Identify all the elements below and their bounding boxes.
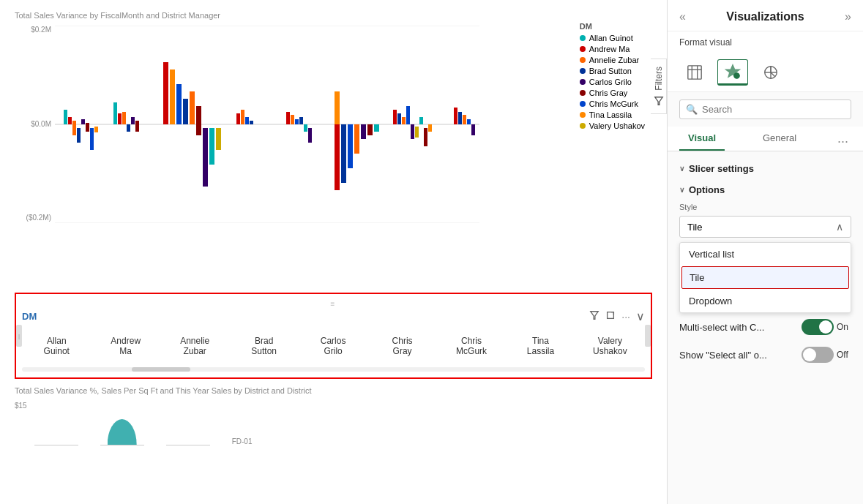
slicer-item-0[interactable]: AllanGuinot [34,332,78,360]
svg-rect-37 [335,124,340,190]
svg-rect-54 [454,108,457,124]
svg-rect-42 [367,124,373,135]
svg-rect-48 [406,106,410,124]
svg-rect-8 [81,119,85,124]
svg-rect-57 [467,119,471,124]
slicer-top-handle: ≡ [22,300,645,308]
y-label-mid: $0.0M [15,120,51,128]
slicer-scrollbar[interactable] [22,367,645,372]
slicer-left-drag-handle[interactable]: | [16,325,22,347]
svg-rect-7 [77,128,81,143]
style-dropdown-arrow: ∧ [836,221,843,233]
svg-rect-21 [183,99,188,124]
option-tile[interactable]: Tile [681,266,849,289]
search-box[interactable]: 🔍 [679,99,851,119]
slicer-settings-arrow: ∨ [679,165,684,173]
format-visual-label: Format visual [668,31,863,53]
slicer-dropdown-arrow[interactable]: ∨ [636,309,645,323]
style-dropdown-menu: Vertical list Tile Dropdown [679,242,851,313]
slicer-box: ≡ DM ··· ∨ | Al [15,293,652,379]
more-options-icon[interactable]: ··· [621,311,630,323]
svg-rect-29 [245,117,249,124]
svg-rect-5 [68,117,72,124]
svg-rect-46 [397,113,401,124]
tabs-row: Visual General ... [668,127,863,151]
svg-rect-27 [236,113,240,124]
multi-select-toggle[interactable]: On [802,319,851,335]
slicer-title: DM [22,311,37,322]
svg-rect-36 [308,128,312,143]
tab-visual[interactable]: Visual [679,127,725,151]
analytics-icon-btn[interactable] [755,59,786,86]
slicer-right-drag-handle[interactable] [645,325,651,347]
show-select-all-toggle[interactable]: Off [802,347,851,363]
svg-rect-41 [361,124,366,139]
slicer-settings-header[interactable]: ∨ Slicer settings [668,159,863,178]
svg-rect-28 [241,110,244,124]
search-input[interactable] [702,104,845,115]
svg-rect-19 [170,69,175,124]
svg-rect-31 [286,112,290,124]
slicer-icons: ··· ∨ [589,309,645,323]
bottom-x-label: FD-01 [232,437,253,445]
svg-rect-52 [424,128,427,146]
svg-rect-30 [250,121,253,124]
svg-rect-32 [291,115,294,124]
svg-rect-38 [341,124,346,183]
option-dropdown[interactable]: Dropdown [680,290,851,312]
svg-rect-15 [127,124,130,132]
svg-rect-56 [463,115,466,124]
svg-rect-44 [335,91,340,124]
svg-rect-45 [393,110,397,124]
main-area: Filters Total Sales Variance by FiscalMo… [0,0,667,504]
svg-rect-25 [209,128,214,165]
svg-rect-24 [203,128,208,187]
slicer-item-5[interactable]: ChrisGray [381,332,425,360]
show-select-all-knob [803,348,816,361]
svg-rect-33 [295,119,299,124]
slicer-item-8[interactable]: ValeryUshakov [588,332,632,360]
slicer-item-7[interactable]: TinaLassila [519,332,563,360]
y-axis: $0.2M $0.0M ($0.2M) [15,26,55,238]
slicer-item-1[interactable]: AndrewMa [104,332,148,360]
svg-marker-67 [591,312,599,320]
multi-select-value: On [837,322,851,332]
right-panel: « Visualizations » Format visual [667,0,863,504]
search-icon: 🔍 [686,104,698,115]
show-select-all-row: Show "Select all" o... Off [668,341,863,369]
slicer-item-2[interactable]: AnnelieZubar [173,332,217,360]
option-vertical-list[interactable]: Vertical list [680,243,851,266]
panel-nav-forward[interactable]: » [845,10,851,23]
svg-rect-6 [72,121,76,135]
show-select-all-label: Show "Select all" o... [679,350,767,361]
expand-icon[interactable] [605,310,616,323]
style-dropdown-btn[interactable]: Tile ∧ [679,216,851,238]
svg-rect-69 [688,66,701,79]
tab-general[interactable]: General [754,127,805,151]
svg-rect-23 [196,106,201,135]
tab-more[interactable]: ... [834,128,851,149]
slicer-item-4[interactable]: CarlosGrilo [311,332,355,360]
options-header[interactable]: ∨ Options [668,178,863,198]
paint-icon-btn[interactable] [717,59,748,86]
show-select-all-switch[interactable] [802,347,834,363]
filter-icon[interactable] [589,310,599,323]
y-label-top: $0.2M [15,26,51,34]
panel-nav-back[interactable]: « [679,10,686,23]
panel-header: « Visualizations » [668,0,863,31]
multi-select-label: Multi-select with C... [679,322,764,333]
svg-rect-39 [348,124,353,168]
slicer-item-6[interactable]: ChrisMcGurk [449,332,493,360]
svg-rect-58 [471,124,475,135]
chart-area: Total Sales Variance by FiscalMonth and … [0,0,667,293]
multi-select-switch[interactable] [802,319,834,335]
svg-rect-49 [411,124,414,139]
options-arrow: ∨ [679,186,684,194]
slicer-item-3[interactable]: BradSutton [242,332,286,360]
filters-tab[interactable]: Filters [651,59,667,114]
svg-rect-4 [64,110,67,124]
bottom-bars: FD-01 [34,409,253,445]
svg-rect-17 [135,121,139,132]
bottom-chart-title: Total Sales Variance %, Sales Per Sq Ft … [15,386,652,395]
table-icon-btn[interactable] [679,59,710,86]
